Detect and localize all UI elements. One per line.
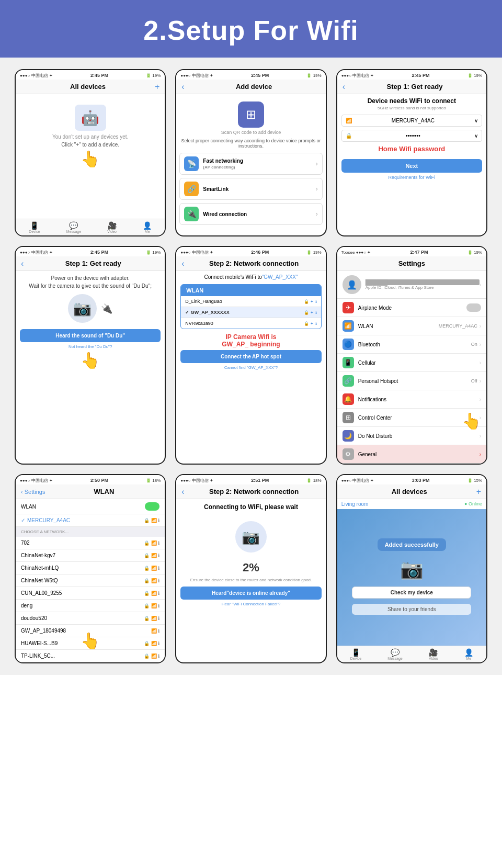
empty-text: You don't set up any devices yet. (52, 134, 129, 140)
wifi-fail-link[interactable]: Hear "WiFi Connection Failed"? (222, 602, 280, 606)
network-702[interactable]: 702 🔒 📶 ℹ (16, 537, 165, 549)
setup-title: Device needs WiFi to connect (341, 97, 482, 105)
nav-me[interactable]: 👤Me (143, 221, 152, 233)
do-not-disturb-label: Do Not Disturb (358, 433, 480, 439)
network-chinanet-kgv7[interactable]: ChinaNet-kgv7 🔒 📶 ℹ (16, 549, 165, 562)
nav-me-9[interactable]: 👤Me (464, 648, 473, 660)
status-bar-6: Toosee ●●●○ ✦ 2:47 PM 🔋 19% (337, 247, 486, 256)
connecting-body: Connecting to WiFi, please wait 📷 2% Ens… (176, 499, 325, 662)
select-text: Select proper connecting way according t… (179, 138, 322, 149)
notifications-row[interactable]: 🔔 Notifications › (337, 390, 486, 409)
heard-sound-button[interactable]: Heard the sound of "Du Du" (20, 329, 161, 342)
nav-message[interactable]: 💬Message (66, 221, 81, 233)
hotspot-label: Personal Hotspot (358, 378, 471, 384)
wifi-network-name: MERCURY_A4AC (392, 118, 435, 123)
bluetooth-row[interactable]: 🔵 Bluetooth On › (337, 335, 486, 354)
back-button-3[interactable]: ‹ (343, 82, 345, 92)
power-on-text: Power on the device with adapter. Wait f… (20, 274, 161, 290)
nav-device[interactable]: 📱Device (29, 221, 40, 233)
connect-subtitle: Connect mobile's WiFi to"GW_AP_XXX" (180, 274, 321, 280)
back-button-5[interactable]: ‹ (181, 259, 184, 268)
hotspot-row[interactable]: 🔗 Personal Hotspot Off › (337, 372, 486, 390)
nav-device-9[interactable]: 📱Device (350, 648, 361, 660)
network-body: Connect mobile's WiFi to"GW_AP_XXX" WLAN… (176, 271, 325, 464)
fast-networking-option[interactable]: 📡 Fast networking(AP connecting) › (179, 153, 322, 175)
home-wifi-label: Home Wifi password (341, 145, 482, 153)
network-tplink[interactable]: TP-LINK_5C... 🔒 📶 ℹ (16, 650, 165, 662)
cellular-row[interactable]: 📱 Cellular › (337, 354, 486, 372)
status-bar-5: ●●●○ 中国电信 ✦ 2:46 PM 🔋 19% (176, 247, 325, 256)
nav-video[interactable]: 🎥Video (107, 221, 117, 233)
next-button[interactable]: Next (341, 159, 482, 173)
add-device-body: ⊞ Scan QR code to add device Select prop… (176, 94, 325, 235)
wifi-password-field[interactable]: •••••••• (406, 133, 420, 139)
nav-bar-5: ‹ Step 2: Network connection (176, 256, 325, 271)
screen-ios-settings: Toosee ●●●○ ✦ 2:47 PM 🔋 19% Settings 👤 █… (336, 246, 487, 465)
hand-pointer-4: 👆 (20, 351, 161, 369)
add-device-button[interactable]: + (155, 82, 159, 92)
network-deng[interactable]: deng 🔒 📶 ℹ (16, 600, 165, 612)
screen-connecting: ●●●○ 中国电信 ✦ 2:51 PM 🔋 18% ‹ Step 2: Netw… (175, 474, 326, 663)
wifi-password-row[interactable]: 🔒 •••••••• ∨ (341, 130, 482, 142)
nav-bar-4: ‹ Step 1: Get ready (16, 256, 165, 271)
check-device-button[interactable]: Check my device (352, 587, 471, 599)
airplane-label: Airplane Mode (358, 305, 466, 311)
airplane-toggle[interactable] (466, 303, 481, 312)
camera-connecting-icon: 📷 (235, 521, 267, 553)
wired-icon: 🔌 (184, 207, 199, 221)
wlan-item-3[interactable]: NVR9ca3a90 🔒 ✦ ℹ (181, 318, 321, 329)
wlan-item-2[interactable]: ✓ GW_AP_XXXXXX 🔒 ✦ ℹ (181, 307, 321, 318)
power-outlet-icon: 🔌 (101, 303, 112, 314)
status-bar-2: ●●●○ 中国电信 ✦ 2:45 PM 🔋 19% (176, 70, 325, 80)
back-settings-button[interactable]: ‹ Settings (21, 489, 45, 495)
robot-icon: 🤖 (75, 105, 106, 131)
nav-bar-7: ‹ Settings WLAN (16, 484, 165, 499)
add-device-button-9[interactable]: + (476, 487, 481, 497)
wlan-toggle[interactable] (145, 502, 159, 511)
wlan-row[interactable]: 📶 WLAN MERCURY_A4AC › (337, 317, 486, 335)
network-doudou[interactable]: doudou520 🔒 📶 ℹ (16, 612, 165, 625)
back-button-4[interactable]: ‹ (21, 259, 24, 268)
connect-ap-button[interactable]: Connect the AP hot spot (180, 350, 321, 363)
airplane-icon: ✈ (343, 302, 354, 313)
hotspot-icon: 🔗 (343, 375, 354, 387)
status-bar-8: ●●●○ 中国电信 ✦ 2:51 PM 🔋 18% (176, 475, 325, 484)
share-friends-button[interactable]: Share to your friends (352, 604, 471, 615)
fast-networking-icon: 📡 (184, 156, 199, 171)
profile-row[interactable]: 👤 ██████ Apple ID, iCloud, iTunes & App … (337, 271, 486, 299)
bluetooth-label: Bluetooth (358, 342, 471, 347)
network-cun[interactable]: CUN_AL00_9255 🔒 📶 ℹ (16, 587, 165, 600)
wlan-icon: 📶 (343, 320, 354, 332)
heard-online-button[interactable]: Heard"device is online already" (180, 587, 321, 600)
nav-message-9[interactable]: 💬Message (387, 648, 402, 660)
wifi-setup-body: Device needs WiFi to connect 5GHz wirele… (337, 94, 486, 235)
settings-body: 👤 ██████ Apple ID, iCloud, iTunes & App … (337, 271, 486, 464)
wired-option[interactable]: 🔌 Wired connection › (179, 203, 322, 225)
screen-get-ready: ●●●○ 中国电信 ✦ 2:45 PM 🔋 19% ‹ Step 1: Get … (15, 246, 166, 465)
phone-grid: ●●●○ 中国电信 ✦ 2:45 PM 🔋 19% All devices + … (0, 58, 502, 675)
not-heard-link[interactable]: Not heard the "Du Du"? (20, 344, 161, 349)
requirements-link[interactable]: Requirements for WiFi (341, 175, 482, 180)
back-button-2[interactable]: ‹ (181, 82, 184, 92)
nav-bar-6: Settings (337, 256, 486, 271)
screen-network-ap: ●●●○ 中国电信 ✦ 2:46 PM 🔋 19% ‹ Step 2: Netw… (175, 246, 326, 465)
nav-video-9[interactable]: 🎥Video (429, 648, 438, 660)
nav-bar-1: All devices + (16, 80, 165, 94)
wlan-toggle-row[interactable]: WLAN (16, 499, 165, 514)
hand-pointer-icon: 👆 (81, 150, 100, 168)
cannot-find-link[interactable]: Cannot find "GW_AP_XXX"? (180, 365, 321, 370)
smartlink-option[interactable]: 🔗 SmartLink › (179, 178, 322, 200)
current-network-row[interactable]: ✓ MERCURY_A4AC 🔒 📶 ℹ (16, 514, 165, 527)
qr-icon: ⊞ (238, 102, 264, 128)
profile-name: ██████ (366, 279, 480, 285)
general-row[interactable]: ⚙ General › (337, 445, 486, 464)
network-chinanet-w5tq[interactable]: ChinaNet-W5tQ 🔒 📶 ℹ (16, 574, 165, 587)
wlan-item-1[interactable]: D_Link_HangBao 🔒 ✦ ℹ (181, 296, 321, 307)
network-chinanet-mhlq[interactable]: ChinaNet-mhLQ 🔒 📶 ℹ (16, 562, 165, 574)
airplane-mode-row[interactable]: ✈ Airplane Mode (337, 299, 486, 317)
all-devices-body: 🤖 You don't set up any devices yet. Clic… (16, 94, 165, 219)
back-button-8[interactable]: ‹ (181, 487, 184, 497)
room-bar: Living room ● Online (337, 499, 486, 509)
connecting-percent: 2% (243, 561, 259, 574)
camera-success-icon: 📷 (400, 558, 424, 580)
